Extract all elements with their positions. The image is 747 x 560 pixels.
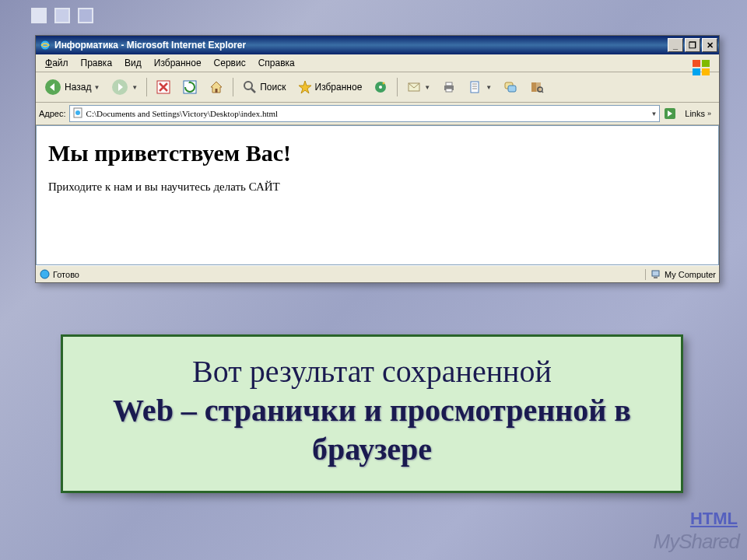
menu-help[interactable]: Справка bbox=[252, 56, 301, 70]
back-label: Назад bbox=[65, 82, 91, 93]
refresh-icon bbox=[182, 79, 198, 95]
caption-text: Вот результат сохраненной Web – страничк… bbox=[83, 352, 661, 469]
back-button[interactable]: Назад ▼ bbox=[39, 75, 104, 100]
windows-flag-icon bbox=[688, 56, 716, 81]
caption-line1: Вот результат сохраненной bbox=[192, 354, 552, 389]
html-link[interactable]: HTML bbox=[690, 509, 738, 529]
computer-icon bbox=[651, 269, 661, 280]
ie-logo-icon bbox=[39, 39, 51, 51]
menu-view[interactable]: Вид bbox=[118, 56, 148, 70]
svg-point-29 bbox=[75, 110, 80, 115]
print-icon bbox=[441, 79, 457, 95]
svg-rect-32 bbox=[652, 271, 659, 276]
svg-rect-16 bbox=[446, 82, 452, 86]
links-button[interactable]: Links » bbox=[680, 107, 716, 120]
search-icon bbox=[242, 79, 258, 95]
svg-rect-9 bbox=[216, 89, 218, 93]
chevron-down-icon: ▼ bbox=[424, 84, 430, 91]
stop-button[interactable] bbox=[151, 76, 176, 98]
discuss-button[interactable] bbox=[498, 76, 523, 98]
print-button[interactable] bbox=[437, 76, 461, 98]
toolbar: Назад ▼ ▼ bbox=[36, 72, 719, 103]
status-text: Готово bbox=[53, 270, 79, 279]
chevron-right-icon: » bbox=[707, 110, 711, 117]
maximize-button[interactable]: ❐ bbox=[685, 38, 700, 52]
svg-rect-33 bbox=[654, 277, 658, 278]
ie-status-icon bbox=[39, 269, 50, 280]
edit-button[interactable]: ▼ bbox=[463, 76, 496, 98]
menu-tools[interactable]: Сервис bbox=[208, 56, 252, 70]
stop-icon bbox=[156, 79, 171, 95]
decoration-square bbox=[78, 8, 93, 23]
caption-line2: Web – странички и просмотренной в браузе… bbox=[113, 393, 631, 467]
menu-favorites[interactable]: Избранное bbox=[148, 56, 208, 70]
go-button[interactable] bbox=[663, 107, 677, 121]
star-icon bbox=[297, 79, 313, 95]
address-label: Адрес: bbox=[39, 109, 66, 118]
menu-edit[interactable]: Правка bbox=[75, 56, 119, 70]
research-button[interactable] bbox=[524, 76, 549, 98]
favorites-label: Избранное bbox=[315, 82, 363, 93]
search-label: Поиск bbox=[260, 82, 286, 93]
separator bbox=[146, 78, 147, 96]
caption-box: Вот результат сохраненной Web – страничк… bbox=[61, 334, 683, 493]
chevron-down-icon: ▼ bbox=[486, 84, 492, 91]
svg-point-10 bbox=[244, 82, 252, 89]
page-file-icon bbox=[72, 107, 83, 121]
ie-window: Информатика - Microsoft Internet Explore… bbox=[35, 35, 720, 283]
minimize-button[interactable]: _ bbox=[668, 38, 683, 52]
svg-rect-23 bbox=[508, 86, 516, 92]
decoration-square bbox=[54, 8, 70, 23]
statusbar: Готово My Computer bbox=[36, 265, 719, 282]
home-icon bbox=[209, 79, 224, 95]
close-button[interactable]: ✕ bbox=[702, 38, 717, 52]
svg-line-11 bbox=[251, 89, 255, 93]
address-input[interactable]: C:\Documents and Settings\Victory\Deskto… bbox=[69, 105, 661, 122]
links-label: Links bbox=[685, 109, 705, 118]
discuss-icon bbox=[503, 79, 518, 95]
svg-rect-3 bbox=[693, 68, 700, 75]
media-button[interactable] bbox=[368, 76, 393, 98]
mail-icon bbox=[406, 79, 422, 95]
forward-button[interactable]: ▼ bbox=[106, 75, 142, 100]
svg-rect-4 bbox=[702, 68, 710, 75]
svg-rect-1 bbox=[693, 60, 700, 67]
svg-rect-18 bbox=[471, 82, 479, 93]
back-arrow-icon bbox=[44, 78, 62, 96]
window-title: Информатика - Microsoft Internet Explore… bbox=[54, 40, 668, 51]
chevron-down-icon: ▼ bbox=[93, 84, 100, 91]
chevron-down-icon[interactable]: ▼ bbox=[651, 110, 657, 117]
page-heading: Мы приветствуем Вас! bbox=[48, 140, 707, 166]
addressbar: Адрес: C:\Documents and Settings\Victory… bbox=[36, 103, 719, 125]
media-icon bbox=[373, 79, 388, 95]
favorites-button[interactable]: Избранное bbox=[293, 76, 367, 98]
mail-button[interactable]: ▼ bbox=[402, 76, 435, 98]
chevron-down-icon: ▼ bbox=[132, 84, 138, 91]
svg-point-31 bbox=[40, 270, 49, 278]
svg-point-13 bbox=[379, 86, 382, 89]
forward-arrow-icon bbox=[110, 78, 129, 96]
svg-line-27 bbox=[542, 91, 543, 93]
research-icon bbox=[529, 79, 545, 95]
home-button[interactable] bbox=[204, 76, 229, 98]
search-button[interactable]: Поиск bbox=[237, 76, 290, 98]
decoration-square bbox=[31, 8, 47, 23]
zone-text: My Computer bbox=[665, 270, 716, 279]
svg-rect-24 bbox=[531, 82, 536, 92]
menubar: Файл Правка Вид Избранное Сервис Справка bbox=[36, 54, 719, 72]
page-paragraph: Приходите к нам и вы научитесь делать СА… bbox=[48, 180, 707, 194]
svg-rect-17 bbox=[446, 89, 452, 92]
edit-icon bbox=[468, 79, 483, 95]
separator bbox=[397, 78, 398, 96]
separator bbox=[233, 78, 233, 96]
refresh-button[interactable] bbox=[177, 76, 202, 98]
titlebar: Информатика - Microsoft Internet Explore… bbox=[36, 36, 719, 54]
watermark: MyShared bbox=[654, 530, 740, 554]
address-text: C:\Documents and Settings\Victory\Deskto… bbox=[86, 109, 648, 118]
menu-file[interactable]: Файл bbox=[39, 56, 75, 70]
svg-rect-2 bbox=[702, 60, 710, 67]
page-content-area: Мы приветствуем Вас! Приходите к нам и в… bbox=[36, 125, 719, 265]
